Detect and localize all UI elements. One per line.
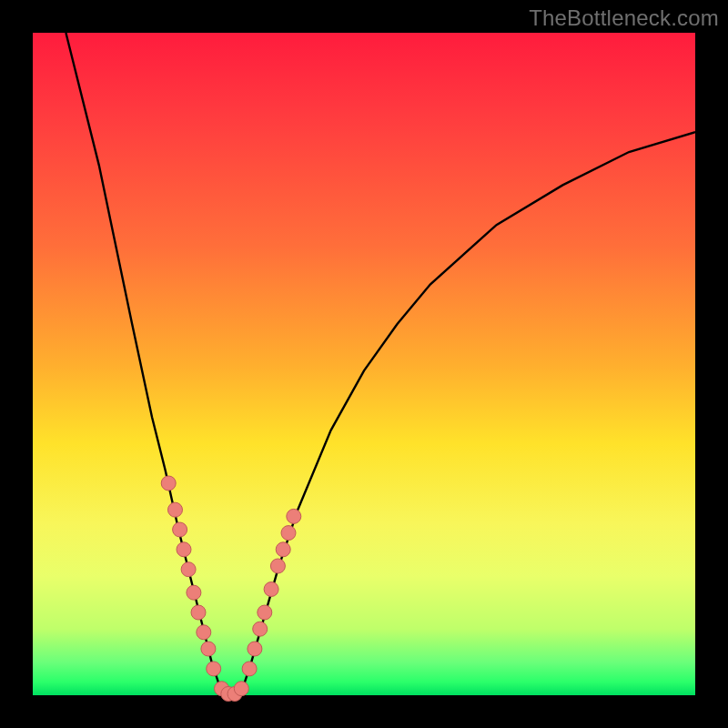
sample-dot (276, 542, 290, 557)
chart-svg (33, 33, 695, 695)
sample-dot (197, 625, 211, 640)
sample-dot (168, 502, 183, 517)
sample-dot (258, 605, 272, 620)
sample-dot (270, 559, 285, 573)
sample-dot (281, 526, 296, 541)
sample-dot (201, 642, 216, 656)
sample-dot (242, 662, 257, 676)
sample-dot (177, 542, 191, 557)
watermark-text: TheBottleneck.com (529, 5, 719, 31)
chart-frame: TheBottleneck.com (0, 0, 728, 728)
sample-dot (287, 509, 301, 523)
sample-dot (173, 522, 187, 537)
sample-dot (181, 562, 196, 577)
sample-dots-right (242, 509, 301, 676)
sample-dot (161, 476, 176, 490)
sample-dot (187, 585, 201, 600)
sample-dots-trough (215, 682, 249, 702)
sample-dot (264, 582, 278, 597)
sample-dot (207, 662, 221, 676)
bottleneck-curve (66, 33, 695, 695)
plot-area (33, 33, 695, 695)
sample-dot (234, 682, 248, 696)
sample-dot (253, 622, 268, 636)
sample-dot (248, 642, 262, 656)
sample-dot (191, 605, 206, 620)
sample-dots-left (161, 476, 221, 676)
